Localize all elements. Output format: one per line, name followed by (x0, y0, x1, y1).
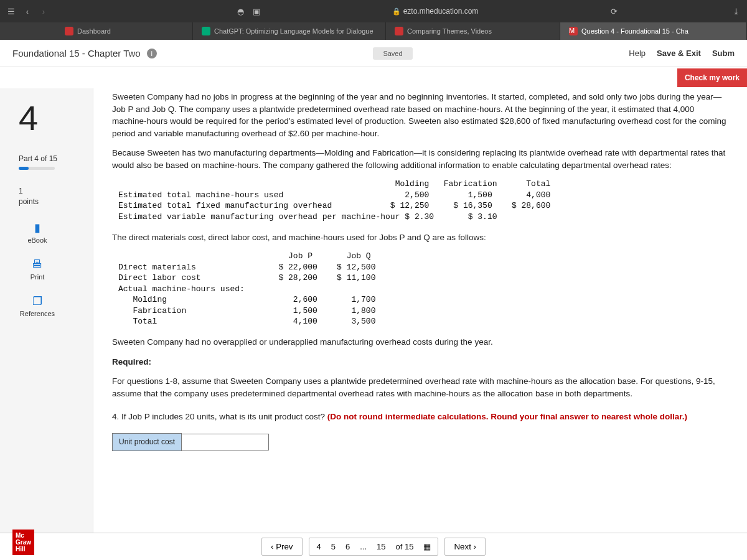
references-label: References (20, 310, 55, 317)
page-numbers[interactable]: 4 5 6 ... 15 of 15 ▦ (309, 538, 439, 556)
tab-comparing[interactable]: Comparing Themes, Videos (386, 22, 560, 40)
print-label: Print (31, 273, 45, 281)
points-label: 1 points (19, 186, 93, 207)
tab-label: Comparing Themes, Videos (407, 27, 492, 35)
question-sidebar: 4 Part 4 of 15 1 points ▮ eBook 🖶 Print … (0, 88, 93, 533)
tab-label: Question 4 - Foundational 15 - Cha (581, 27, 688, 35)
dept-overhead-table: Molding Fabrication Total Estimated tota… (118, 179, 728, 222)
download-icon[interactable]: ⤓ (731, 6, 741, 16)
tab-favicon-icon: M (569, 27, 578, 35)
mcgraw-hill-logo: McGrawHill (12, 530, 34, 555)
progress-bar (19, 167, 55, 170)
info-icon[interactable]: i (147, 49, 157, 58)
save-exit-button[interactable]: Save & Exit (657, 49, 701, 58)
required-heading: Required: (112, 356, 728, 368)
page-num[interactable]: 4 (314, 541, 324, 553)
paragraph: Sweeten Company had no jobs in progress … (112, 91, 728, 139)
tab-label: ChatGPT: Optimizing Language Models for … (214, 27, 374, 35)
shield-icon[interactable]: ◓ (235, 6, 245, 16)
reload-icon[interactable]: ⟳ (609, 6, 619, 16)
browser-tabs: Dashboard ChatGPT: Optimizing Language M… (0, 22, 747, 40)
references-button[interactable]: ❐ References (19, 294, 56, 317)
page-num[interactable]: 5 (329, 541, 338, 553)
url-host: ezto.mheducation.com (403, 7, 479, 16)
lock-icon: 🔒 (392, 7, 401, 16)
page-ellipsis: ... (357, 541, 369, 553)
tab-label: Dashboard (77, 27, 111, 35)
paragraph: Sweeten Company had no overapplied or un… (112, 336, 728, 348)
main-area: 4 Part 4 of 15 1 points ▮ eBook 🖶 Print … (0, 88, 747, 533)
next-label: Next (454, 542, 471, 551)
question-stem: 4. If Job P includes 20 units, what is i… (112, 412, 327, 421)
grid-icon[interactable]: ▦ (421, 541, 433, 553)
saved-indicator: Saved (373, 47, 412, 60)
paragraph: The direct materials cost, direct labor … (112, 231, 728, 244)
ebook-button[interactable]: ▮ eBook (19, 221, 56, 244)
answer-row: Unit product cost (112, 433, 728, 451)
address-bar[interactable]: 🔒 ezto.mheducation.com (268, 7, 603, 16)
tab-favicon-icon (395, 27, 403, 35)
page-num[interactable]: 15 (374, 541, 388, 553)
tab-favicon-icon (65, 27, 73, 35)
print-icon: 🖶 (30, 258, 45, 271)
back-icon[interactable]: ‹ (22, 6, 32, 16)
sidebar-toggle-icon[interactable]: ☰ (6, 6, 16, 16)
page-of: of 15 (393, 541, 416, 553)
part-indicator: Part 4 of 15 (19, 154, 93, 163)
paragraph: Because Sweeten has two manufacturing de… (112, 147, 728, 171)
tab-chatgpt[interactable]: ChatGPT: Optimizing Language Models for … (193, 22, 386, 40)
next-button[interactable]: Next › (444, 538, 486, 556)
help-link[interactable]: Help (629, 49, 646, 58)
prev-label: Prev (276, 542, 293, 551)
check-row: Check my work (0, 67, 747, 88)
print-button[interactable]: 🖶 Print (19, 258, 56, 281)
prev-button[interactable]: ‹ Prev (261, 538, 303, 556)
question-hint: (Do not round intermediate calculations.… (327, 412, 687, 421)
assignment-header: Foundational 15 - Chapter Two i Saved He… (0, 40, 747, 67)
browser-chrome: ☰ ‹ › ◓ ▣ 🔒 ezto.mheducation.com ⟳ ⤓ (0, 0, 747, 22)
question-number: 4 (19, 101, 93, 136)
required-text: For questions 1-8, assume that Sweeten C… (112, 375, 728, 399)
tab-dashboard[interactable]: Dashboard (56, 22, 193, 40)
book-icon: ▮ (30, 221, 45, 235)
references-icon: ❐ (30, 294, 45, 308)
forward-icon: › (39, 6, 49, 16)
tab-favicon-icon (202, 27, 210, 35)
job-cost-table: Job P Job Q Direct materials $ 22,000 $ … (118, 251, 728, 327)
assignment-title: Foundational 15 - Chapter Two (12, 48, 141, 58)
points-value: 1 (19, 187, 23, 195)
check-my-work-button[interactable]: Check my work (677, 68, 747, 87)
submit-button[interactable]: Subm (712, 49, 735, 58)
question-text: 4. If Job P includes 20 units, what is i… (112, 411, 728, 423)
extensions-icon[interactable]: ▣ (251, 6, 261, 16)
question-content: Sweeten Company had no jobs in progress … (93, 88, 747, 533)
page-num[interactable]: 6 (343, 541, 352, 553)
unit-product-cost-input[interactable] (182, 434, 269, 450)
ebook-label: eBook (27, 236, 47, 244)
points-text: points (19, 197, 39, 206)
tab-question4[interactable]: M Question 4 - Foundational 15 - Cha (560, 22, 747, 40)
answer-label: Unit product cost (112, 433, 182, 451)
question-pager: ‹ Prev 4 5 6 ... 15 of 15 ▦ Next › (0, 533, 747, 560)
